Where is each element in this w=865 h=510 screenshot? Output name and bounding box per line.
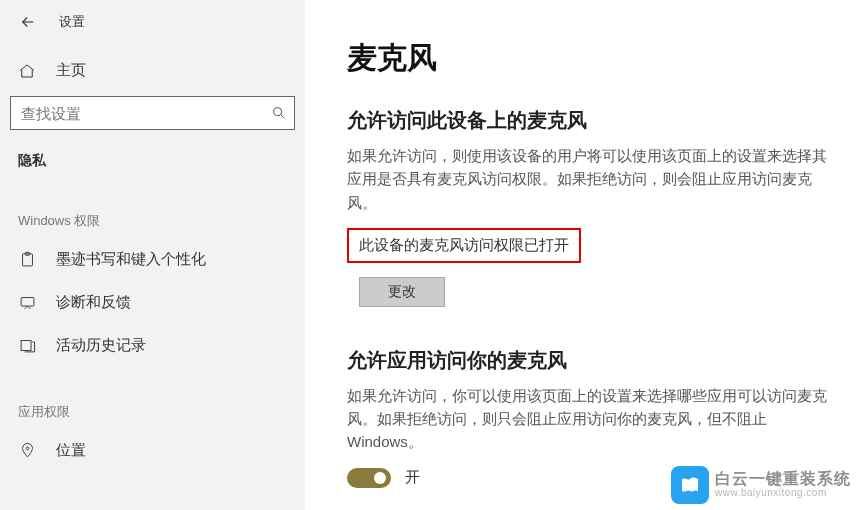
svg-point-5: [26, 447, 29, 450]
svg-rect-4: [21, 341, 31, 351]
back-button[interactable]: [11, 5, 45, 39]
watermark-line2: www.baiyunxitong.com: [715, 488, 851, 499]
home-link[interactable]: 主页: [0, 51, 305, 90]
window-title: 设置: [59, 13, 85, 31]
sidebar-item-label: 位置: [56, 441, 86, 460]
section1-desc: 如果允许访问，则使用该设备的用户将可以使用该页面上的设置来选择其应用是否具有麦克…: [347, 144, 827, 214]
home-label: 主页: [56, 61, 86, 80]
title-bar: 设置: [0, 0, 305, 43]
sidebar-item-inking[interactable]: 墨迹书写和键入个性化: [0, 238, 305, 281]
home-icon: [18, 62, 36, 80]
search-wrap: [10, 96, 295, 130]
search-input[interactable]: [10, 96, 295, 130]
sidebar-item-diagnostics[interactable]: 诊断和反馈: [0, 281, 305, 324]
watermark: 白云一键重装系统 www.baiyunxitong.com: [671, 466, 851, 504]
section2-desc: 如果允许访问，你可以使用该页面上的设置来选择哪些应用可以访问麦克风。如果拒绝访问…: [347, 384, 827, 454]
search-icon: [271, 105, 287, 121]
main-content: 麦克风 允许访问此设备上的麦克风 如果允许访问，则使用该设备的用户将可以使用该页…: [305, 0, 865, 510]
section-app-label: 应用权限: [0, 367, 305, 429]
watermark-line1: 白云一键重装系统: [715, 471, 851, 488]
arrow-left-icon: [19, 13, 37, 31]
sidebar: 设置 主页 隐私 Windows 权限 墨迹书写和键入个性化: [0, 0, 305, 510]
app-mic-toggle[interactable]: [347, 468, 391, 488]
sidebar-item-label: 诊断和反馈: [56, 293, 131, 312]
activity-icon: [18, 337, 36, 354]
change-button[interactable]: 更改: [359, 277, 445, 307]
category-title: 隐私: [0, 130, 305, 176]
toggle-label: 开: [405, 468, 420, 487]
sidebar-item-activity[interactable]: 活动历史记录: [0, 324, 305, 367]
svg-point-0: [274, 108, 282, 116]
section-permissions-label: Windows 权限: [0, 176, 305, 238]
toggle-knob: [374, 472, 386, 484]
device-mic-status: 此设备的麦克风访问权限已打开: [347, 228, 581, 263]
clipboard-icon: [18, 251, 36, 268]
section2-title: 允许应用访问你的麦克风: [347, 347, 845, 374]
sidebar-item-label: 活动历史记录: [56, 336, 146, 355]
svg-rect-3: [21, 298, 34, 307]
location-icon: [18, 442, 36, 459]
feedback-icon: [18, 294, 36, 311]
watermark-icon: [671, 466, 709, 504]
page-title: 麦克风: [347, 38, 845, 79]
sidebar-item-label: 墨迹书写和键入个性化: [56, 250, 206, 269]
sidebar-item-location[interactable]: 位置: [0, 429, 305, 472]
section1-title: 允许访问此设备上的麦克风: [347, 107, 845, 134]
